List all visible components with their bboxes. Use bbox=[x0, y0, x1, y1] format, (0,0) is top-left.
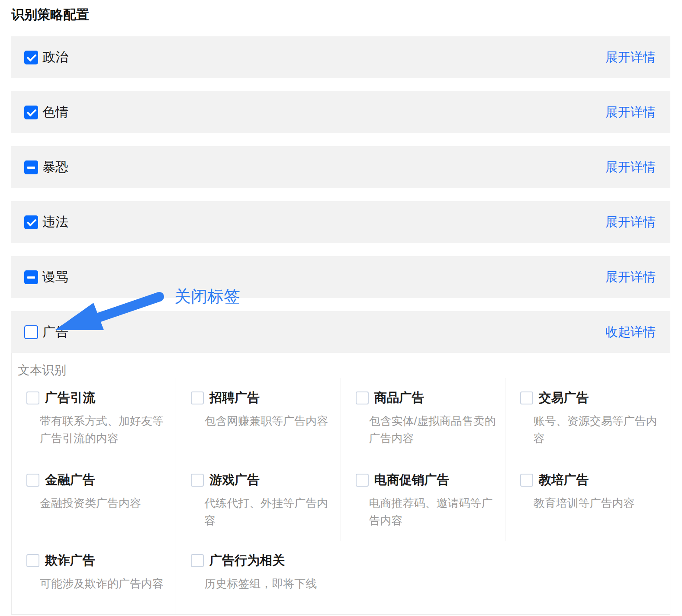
expand-details-link[interactable]: 展开详情 bbox=[605, 214, 656, 231]
tag-title: 交易广告 bbox=[539, 389, 589, 407]
tag-item-game-ad: 游戏广告 代练代打、外挂等广告内容 bbox=[176, 460, 341, 541]
expand-details-link[interactable]: 展开详情 bbox=[605, 269, 656, 286]
tag-description: 教育培训等广告内容 bbox=[534, 494, 664, 512]
tag-item-ad-traffic: 广告引流 带有联系方式、加好友等广告引流的内容 bbox=[12, 378, 176, 460]
porn-checkbox[interactable] bbox=[24, 106, 38, 119]
illegal-checkbox[interactable] bbox=[24, 215, 38, 229]
tag-description: 包含网赚兼职等广告内容 bbox=[204, 412, 334, 430]
tag-description: 带有联系方式、加好友等广告引流的内容 bbox=[40, 412, 170, 447]
tag-item-product-ad: 商品广告 包含实体/虚拟商品售卖的广告内容 bbox=[341, 378, 505, 460]
strategy-config-page: 识别策略配置 政治 展开详情 色情 展开详情 暴恐 展开详情 违法 展开详情 谩… bbox=[0, 6, 682, 615]
tag-item-education-ad: 教培广告 教育培训等广告内容 bbox=[505, 460, 670, 541]
ad-behavior-checkbox[interactable] bbox=[191, 554, 204, 567]
category-row-politics: 政治 展开详情 bbox=[11, 36, 670, 78]
tag-grid: 广告引流 带有联系方式、加好友等广告引流的内容 招聘广告 包含网赚兼职等广告内容… bbox=[12, 378, 670, 614]
tag-title: 金融广告 bbox=[45, 472, 95, 489]
tag-description: 可能涉及欺诈的广告内容 bbox=[40, 575, 170, 592]
category-label: 色情 bbox=[42, 103, 68, 121]
politics-checkbox[interactable] bbox=[24, 51, 38, 64]
finance-ad-checkbox[interactable] bbox=[26, 474, 39, 487]
category-row-terror: 暴恐 展开详情 bbox=[11, 146, 670, 188]
tag-title: 广告行为相关 bbox=[209, 552, 285, 569]
category-label: 政治 bbox=[42, 48, 68, 66]
tag-description: 金融投资类广告内容 bbox=[40, 494, 170, 512]
tag-description: 包含实体/虚拟商品售卖的广告内容 bbox=[369, 412, 499, 447]
ecommerce-promo-ad-checkbox[interactable] bbox=[356, 474, 369, 487]
ads-checkbox[interactable] bbox=[24, 325, 38, 339]
game-ad-checkbox[interactable] bbox=[191, 474, 204, 487]
category-row-abuse: 谩骂 展开详情 bbox=[11, 256, 670, 298]
product-ad-checkbox[interactable] bbox=[356, 391, 369, 404]
category-row-porn: 色情 展开详情 bbox=[11, 91, 670, 133]
collapse-details-link[interactable]: 收起详情 bbox=[605, 324, 656, 341]
tag-description: 账号、资源交易等广告内容 bbox=[534, 412, 664, 447]
trading-ad-checkbox[interactable] bbox=[520, 391, 533, 404]
tag-description: 历史标签组，即将下线 bbox=[204, 575, 335, 592]
tag-title: 游戏广告 bbox=[209, 472, 260, 489]
category-label: 暴恐 bbox=[42, 158, 68, 176]
tag-item-recruitment-ad: 招聘广告 包含网赚兼职等广告内容 bbox=[176, 378, 341, 460]
expand-details-link[interactable]: 展开详情 bbox=[605, 104, 656, 121]
ads-detail-panel: 文本识别 广告引流 带有联系方式、加好友等广告引流的内容 招聘广告 包含网赚兼职… bbox=[11, 353, 670, 615]
category-label: 谩骂 bbox=[42, 268, 68, 286]
tag-title: 商品广告 bbox=[374, 389, 425, 407]
tag-item-ad-behavior: 广告行为相关 历史标签组，即将下线 bbox=[176, 541, 341, 614]
recruitment-ad-checkbox[interactable] bbox=[191, 391, 204, 404]
education-ad-checkbox[interactable] bbox=[520, 474, 533, 487]
expand-details-link[interactable]: 展开详情 bbox=[605, 49, 656, 66]
fraud-ad-checkbox[interactable] bbox=[26, 554, 39, 567]
terror-checkbox[interactable] bbox=[24, 160, 38, 174]
abuse-checkbox[interactable] bbox=[24, 270, 38, 284]
expand-details-link[interactable]: 展开详情 bbox=[605, 159, 656, 176]
tag-item-finance-ad: 金融广告 金融投资类广告内容 bbox=[12, 460, 176, 541]
category-row-ads: 广告 收起详情 bbox=[11, 311, 670, 353]
tag-description: 代练代打、外挂等广告内容 bbox=[204, 494, 334, 529]
text-recognition-label: 文本识别 bbox=[12, 353, 670, 378]
tag-title: 招聘广告 bbox=[209, 389, 260, 407]
tag-title: 教培广告 bbox=[539, 472, 589, 489]
page-title: 识别策略配置 bbox=[11, 6, 670, 23]
tag-description: 电商推荐码、邀请码等广告内容 bbox=[369, 494, 499, 529]
tag-item-trading-ad: 交易广告 账号、资源交易等广告内容 bbox=[505, 378, 670, 460]
category-label: 违法 bbox=[42, 213, 68, 231]
tag-title: 电商促销广告 bbox=[374, 472, 450, 489]
tag-item-fraud-ad: 欺诈广告 可能涉及欺诈的广告内容 bbox=[12, 541, 176, 614]
category-row-illegal: 违法 展开详情 bbox=[11, 201, 670, 243]
tag-item-ecommerce-promo-ad: 电商促销广告 电商推荐码、邀请码等广告内容 bbox=[341, 460, 505, 541]
tag-title: 广告引流 bbox=[45, 389, 95, 407]
category-label: 广告 bbox=[42, 323, 68, 341]
tag-title: 欺诈广告 bbox=[45, 552, 95, 569]
ad-traffic-checkbox[interactable] bbox=[26, 391, 39, 404]
